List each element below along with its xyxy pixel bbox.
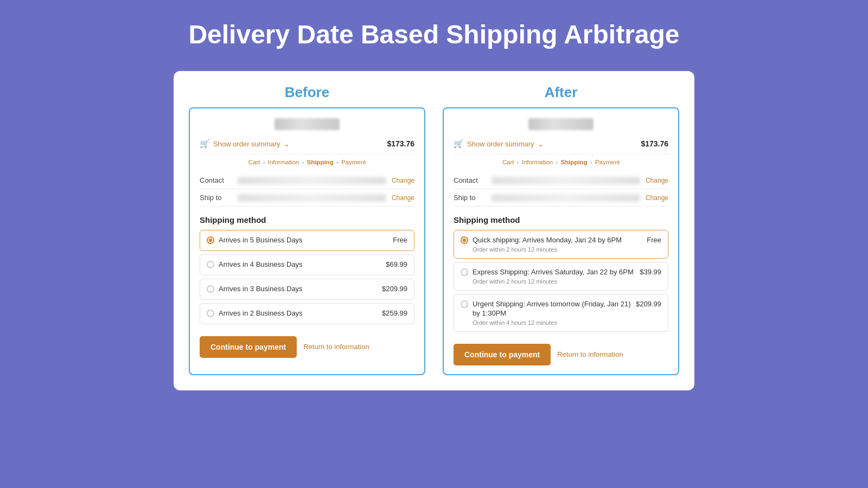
after-panel: After 🛒 Show order summary ⌄ $173.76 Car… [443, 84, 679, 375]
before-shipping-label-0: Arrives in 5 Business Days [219, 236, 303, 245]
before-contact-row: Contact Change [200, 172, 414, 189]
before-order-total: $173.76 [387, 139, 414, 148]
before-panel: Before 🛒 Show order summary ⌄ $173.76 Ca… [189, 84, 425, 375]
after-contact-label: Contact [454, 176, 486, 184]
after-shipping-price-0: Free [647, 236, 661, 244]
after-shipping-label-1: Express Shipping: Arrives Saturday, Jan … [473, 268, 634, 277]
before-shipping-price-2: $209.99 [382, 285, 407, 293]
before-shipping-method-title: Shipping method [200, 215, 414, 224]
after-shipping-sublabel-0: Order within 2 hours 12 minutes [473, 246, 622, 253]
before-content: 🛒 Show order summary ⌄ $173.76 Cart › In… [189, 107, 425, 375]
after-shipto-change[interactable]: Change [646, 194, 668, 202]
before-shipping-option-3[interactable]: Arrives in 2 Business Days $259.99 [200, 303, 414, 324]
before-return-link[interactable]: Return to information [303, 343, 369, 351]
after-shipping-label-0: Quick shipping: Arrives Monday, Jan 24 b… [473, 236, 622, 245]
before-contact-label: Contact [200, 176, 232, 184]
before-contact-value [238, 177, 386, 184]
after-contact-row: Contact Change [454, 172, 668, 189]
before-shipto-value [238, 194, 386, 202]
before-shipping-option-2[interactable]: Arrives in 3 Business Days $209.99 [200, 279, 414, 300]
after-radio-2[interactable] [461, 300, 468, 308]
after-contact-value [492, 177, 640, 184]
before-shipping-price-3: $259.99 [382, 309, 407, 317]
before-shipto-row: Ship to Change [200, 189, 414, 207]
before-shipping-label-2: Arrives in 3 Business Days [219, 285, 303, 294]
after-radio-1[interactable] [461, 268, 468, 276]
after-continue-button[interactable]: Continue to payment [454, 344, 551, 365]
before-shipping-label-1: Arrives in 4 Business Days [219, 260, 303, 269]
after-actions: Continue to payment Return to informatio… [454, 335, 668, 365]
before-radio-0[interactable] [207, 236, 214, 244]
after-shipping-method-title: Shipping method [454, 215, 668, 224]
comparison-container: Before 🛒 Show order summary ⌄ $173.76 Ca… [174, 71, 694, 390]
after-shipping-price-1: $39.99 [640, 268, 661, 276]
before-shipping-option-0[interactable]: Arrives in 5 Business Days Free [200, 230, 414, 251]
after-shipping-price-2: $209.99 [636, 300, 661, 308]
after-shipto-row: Ship to Change [454, 189, 668, 207]
after-chevron-icon: ⌄ [538, 140, 544, 148]
after-cart-icon: 🛒 [454, 139, 464, 149]
after-shipping-option-0[interactable]: Quick shipping: Arrives Monday, Jan 24 b… [454, 230, 668, 259]
after-order-summary-text: Show order summary [467, 140, 534, 148]
after-logo [528, 118, 593, 130]
before-continue-button[interactable]: Continue to payment [200, 336, 297, 358]
after-order-summary-row: 🛒 Show order summary ⌄ $173.76 [454, 139, 668, 155]
after-shipping-sublabel-2: Order within 4 hours 12 minutes [473, 319, 631, 326]
after-shipping-option-1[interactable]: Express Shipping: Arrives Saturday, Jan … [454, 262, 668, 291]
before-shipping-option-1[interactable]: Arrives in 4 Business Days $69.99 [200, 254, 414, 275]
before-radio-2[interactable] [207, 285, 214, 293]
before-label: Before [189, 84, 425, 101]
after-content: 🛒 Show order summary ⌄ $173.76 Cart › In… [443, 107, 679, 375]
after-order-summary-left[interactable]: 🛒 Show order summary ⌄ [454, 139, 544, 149]
after-shipping-label-2: Urgent Shipping: Arrives tomorrow (Frida… [473, 300, 631, 318]
cart-icon: 🛒 [200, 139, 210, 149]
before-shipto-label: Ship to [200, 194, 232, 202]
before-shipping-price-0: Free [393, 236, 407, 244]
after-order-total: $173.76 [641, 139, 668, 148]
after-shipto-value [492, 194, 640, 202]
after-shipping-option-2[interactable]: Urgent Shipping: Arrives tomorrow (Frida… [454, 294, 668, 332]
before-order-summary-left[interactable]: 🛒 Show order summary ⌄ [200, 139, 290, 149]
before-order-summary-row: 🛒 Show order summary ⌄ $173.76 [200, 139, 414, 155]
before-shipto-change[interactable]: Change [392, 194, 414, 202]
page-title: Delivery Date Based Shipping Arbitrage [188, 20, 679, 49]
after-radio-0[interactable] [461, 236, 468, 244]
before-shipping-price-1: $69.99 [386, 260, 407, 268]
before-order-summary-text: Show order summary [213, 140, 280, 148]
after-breadcrumb: Cart › Information › Shipping › Payment [454, 159, 668, 165]
after-shipto-label: Ship to [454, 194, 486, 202]
before-logo [275, 118, 340, 130]
after-return-link[interactable]: Return to information [557, 350, 623, 358]
before-contact-change[interactable]: Change [392, 177, 414, 184]
after-shipping-sublabel-1: Order within 2 hours 12 minutes [473, 278, 634, 285]
before-actions: Continue to payment Return to informatio… [200, 328, 414, 358]
before-shipping-label-3: Arrives in 2 Business Days [219, 309, 303, 318]
before-radio-3[interactable] [207, 310, 214, 317]
before-breadcrumb: Cart › Information › Shipping › Payment [200, 159, 414, 165]
after-contact-change[interactable]: Change [646, 177, 668, 184]
before-radio-1[interactable] [207, 261, 214, 268]
before-chevron-icon: ⌄ [284, 140, 290, 148]
after-label: After [443, 84, 679, 101]
